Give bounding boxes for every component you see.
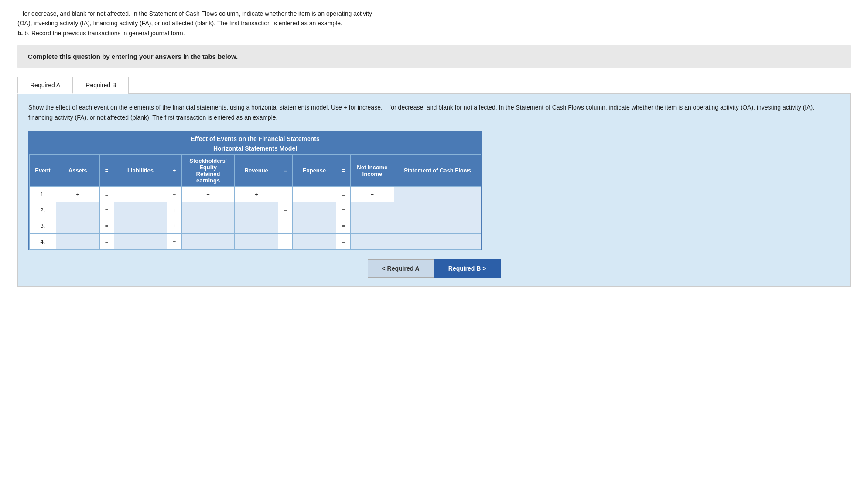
- chevron-left-icon: [382, 265, 387, 272]
- cash1-1[interactable]: [394, 186, 437, 202]
- net-income-3[interactable]: [351, 218, 394, 233]
- col-eq2-header: =: [336, 154, 350, 186]
- eq2-1: =: [336, 186, 350, 202]
- plus-2: +: [167, 202, 181, 218]
- event-1: 1.: [30, 186, 56, 202]
- nav-required-a-button[interactable]: Required A: [368, 259, 434, 278]
- cash1-4[interactable]: [394, 233, 437, 249]
- revenue-2[interactable]: [235, 202, 278, 218]
- event-3: 3.: [30, 218, 56, 233]
- event-2: 2.: [30, 202, 56, 218]
- plus-4: +: [167, 233, 181, 249]
- expense-1: [293, 186, 336, 202]
- table-container: Effect of Events on the Financial Statem…: [28, 131, 482, 250]
- assets-1: +: [56, 186, 99, 202]
- equity-4[interactable]: [181, 233, 235, 249]
- tab-required-a[interactable]: Required A: [17, 77, 73, 94]
- revenue-1: +: [235, 186, 278, 202]
- tabs-container: Required A Required B Show the effect of…: [17, 77, 851, 287]
- col-expense-header: Expense: [293, 154, 336, 186]
- assets-3[interactable]: [56, 218, 99, 233]
- intro-line2: (OA), investing activity (IA), financing…: [17, 18, 851, 28]
- tab-instruction: Show the effect of each event on the ele…: [28, 103, 840, 122]
- minus-4: –: [278, 233, 293, 249]
- col-cash-flows-header: Statement of Cash Flows: [394, 154, 481, 186]
- col-eq1-header: =: [99, 154, 114, 186]
- equity-2[interactable]: [181, 202, 235, 218]
- cash2-2[interactable]: [437, 202, 481, 218]
- main-table: Event Assets = Liabilities + Stockholder…: [29, 154, 481, 250]
- minus-1: –: [278, 186, 293, 202]
- expense-2[interactable]: [293, 202, 336, 218]
- net-income-4[interactable]: [351, 233, 394, 249]
- complete-instruction: Complete this question by entering your …: [28, 53, 840, 60]
- plus-1: +: [167, 186, 181, 202]
- eq1-1: =: [99, 186, 114, 202]
- cash2-1[interactable]: [437, 186, 481, 202]
- eq2-2: =: [336, 202, 350, 218]
- revenue-3[interactable]: [235, 218, 278, 233]
- tabs-row: Required A Required B: [17, 77, 851, 94]
- minus-3: –: [278, 218, 293, 233]
- tab-required-b[interactable]: Required B: [73, 77, 129, 94]
- liabilities-4[interactable]: [114, 233, 167, 249]
- table-subtitle: Horizontal Statements Model: [29, 144, 481, 154]
- minus-2: –: [278, 202, 293, 218]
- expense-4[interactable]: [293, 233, 336, 249]
- table-row: 1. + = + + + – = +: [30, 186, 481, 202]
- eq1-2: =: [99, 202, 114, 218]
- header-row-section: Event Assets = Liabilities + Stockholder…: [30, 154, 481, 186]
- col-minus-header: –: [278, 154, 293, 186]
- cash2-4[interactable]: [437, 233, 481, 249]
- intro-line3: b. b. Record the previous transactions i…: [17, 28, 851, 38]
- plus-3: +: [167, 218, 181, 233]
- eq2-4: =: [336, 233, 350, 249]
- col-net-income-header: Net Income Income: [351, 154, 394, 186]
- eq1-4: =: [99, 233, 114, 249]
- cash1-3[interactable]: [394, 218, 437, 233]
- revenue-4[interactable]: [235, 233, 278, 249]
- eq2-3: =: [336, 218, 350, 233]
- col-revenue-header: Revenue: [235, 154, 278, 186]
- equity-1: +: [181, 186, 235, 202]
- col-event-header: Event: [30, 154, 56, 186]
- net-income-1: +: [351, 186, 394, 202]
- nav-buttons: Required A Required B: [28, 259, 840, 278]
- cash1-2[interactable]: [394, 202, 437, 218]
- net-income-2[interactable]: [351, 202, 394, 218]
- assets-2[interactable]: [56, 202, 99, 218]
- table-title: Effect of Events on the Financial Statem…: [29, 132, 481, 144]
- table-row: 2. = + – =: [30, 202, 481, 218]
- eq1-3: =: [99, 218, 114, 233]
- col-liabilities-header: Liabilities: [114, 154, 167, 186]
- col-plus-header: +: [167, 154, 181, 186]
- col-equity-header: Stockholders' Equity Retained earnings: [181, 154, 235, 186]
- cash2-3[interactable]: [437, 218, 481, 233]
- col-assets-header: Assets: [56, 154, 99, 186]
- intro-text: – for decrease, and blank for not affect…: [17, 9, 851, 38]
- complete-box: Complete this question by entering your …: [17, 45, 851, 68]
- table-row: 4. = + – =: [30, 233, 481, 249]
- liabilities-2[interactable]: [114, 202, 167, 218]
- table-row: 3. = + – =: [30, 218, 481, 233]
- expense-3[interactable]: [293, 218, 336, 233]
- intro-line1: – for decrease, and blank for not affect…: [17, 9, 851, 18]
- assets-4[interactable]: [56, 233, 99, 249]
- equity-3[interactable]: [181, 218, 235, 233]
- nav-required-b-button[interactable]: Required B: [434, 259, 501, 278]
- liabilities-1: [114, 186, 167, 202]
- chevron-right-icon: [482, 265, 486, 272]
- liabilities-3[interactable]: [114, 218, 167, 233]
- tab-content-required-a: Show the effect of each event on the ele…: [17, 93, 851, 287]
- event-4: 4.: [30, 233, 56, 249]
